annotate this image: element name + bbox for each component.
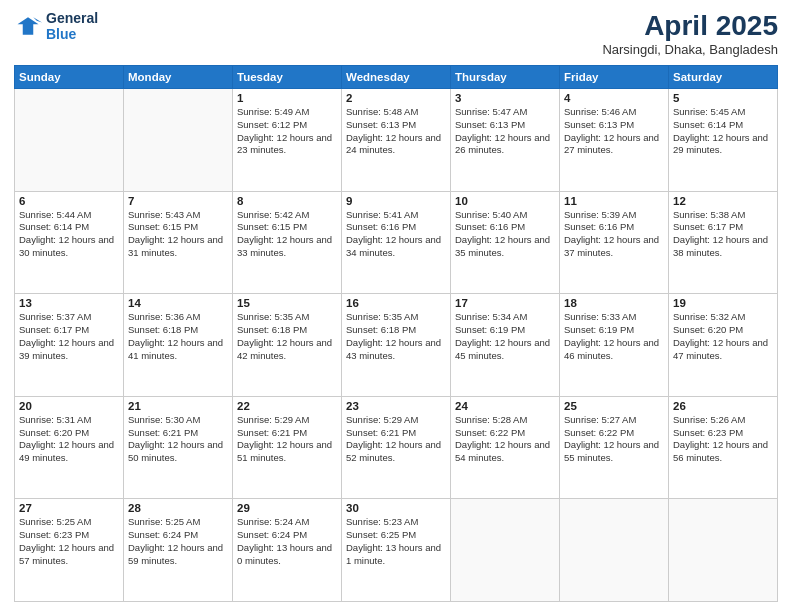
calendar-cell: 12Sunrise: 5:38 AMSunset: 6:17 PMDayligh… [669, 191, 778, 294]
day-info: Sunrise: 5:44 AMSunset: 6:14 PMDaylight:… [19, 209, 119, 260]
day-number: 5 [673, 92, 773, 104]
day-info: Sunrise: 5:23 AMSunset: 6:25 PMDaylight:… [346, 516, 446, 567]
day-number: 9 [346, 195, 446, 207]
calendar-cell [451, 499, 560, 602]
calendar-cell: 6Sunrise: 5:44 AMSunset: 6:14 PMDaylight… [15, 191, 124, 294]
calendar-table: Sunday Monday Tuesday Wednesday Thursday… [14, 65, 778, 602]
day-number: 11 [564, 195, 664, 207]
day-number: 20 [19, 400, 119, 412]
day-number: 2 [346, 92, 446, 104]
calendar-cell: 28Sunrise: 5:25 AMSunset: 6:24 PMDayligh… [124, 499, 233, 602]
calendar-cell: 3Sunrise: 5:47 AMSunset: 6:13 PMDaylight… [451, 89, 560, 192]
calendar-cell: 1Sunrise: 5:49 AMSunset: 6:12 PMDaylight… [233, 89, 342, 192]
calendar-cell [669, 499, 778, 602]
header-row: Sunday Monday Tuesday Wednesday Thursday… [15, 66, 778, 89]
week-row-4: 27Sunrise: 5:25 AMSunset: 6:23 PMDayligh… [15, 499, 778, 602]
day-number: 8 [237, 195, 337, 207]
day-number: 21 [128, 400, 228, 412]
day-info: Sunrise: 5:36 AMSunset: 6:18 PMDaylight:… [128, 311, 228, 362]
day-number: 10 [455, 195, 555, 207]
day-info: Sunrise: 5:49 AMSunset: 6:12 PMDaylight:… [237, 106, 337, 157]
day-number: 26 [673, 400, 773, 412]
calendar-header: Sunday Monday Tuesday Wednesday Thursday… [15, 66, 778, 89]
calendar-cell: 8Sunrise: 5:42 AMSunset: 6:15 PMDaylight… [233, 191, 342, 294]
calendar-cell: 23Sunrise: 5:29 AMSunset: 6:21 PMDayligh… [342, 396, 451, 499]
page: General Blue April 2025 Narsingdi, Dhaka… [0, 0, 792, 612]
day-number: 27 [19, 502, 119, 514]
day-number: 7 [128, 195, 228, 207]
week-row-1: 6Sunrise: 5:44 AMSunset: 6:14 PMDaylight… [15, 191, 778, 294]
col-thursday: Thursday [451, 66, 560, 89]
calendar-cell [560, 499, 669, 602]
day-number: 14 [128, 297, 228, 309]
day-info: Sunrise: 5:39 AMSunset: 6:16 PMDaylight:… [564, 209, 664, 260]
calendar-cell: 19Sunrise: 5:32 AMSunset: 6:20 PMDayligh… [669, 294, 778, 397]
day-number: 15 [237, 297, 337, 309]
day-number: 25 [564, 400, 664, 412]
day-info: Sunrise: 5:32 AMSunset: 6:20 PMDaylight:… [673, 311, 773, 362]
calendar-cell: 14Sunrise: 5:36 AMSunset: 6:18 PMDayligh… [124, 294, 233, 397]
day-number: 18 [564, 297, 664, 309]
subtitle: Narsingdi, Dhaka, Bangladesh [602, 42, 778, 57]
day-number: 29 [237, 502, 337, 514]
header: General Blue April 2025 Narsingdi, Dhaka… [14, 10, 778, 57]
col-monday: Monday [124, 66, 233, 89]
logo-icon [14, 12, 42, 40]
calendar-cell: 4Sunrise: 5:46 AMSunset: 6:13 PMDaylight… [560, 89, 669, 192]
day-number: 30 [346, 502, 446, 514]
day-info: Sunrise: 5:30 AMSunset: 6:21 PMDaylight:… [128, 414, 228, 465]
calendar-body: 1Sunrise: 5:49 AMSunset: 6:12 PMDaylight… [15, 89, 778, 602]
day-number: 1 [237, 92, 337, 104]
calendar-cell: 29Sunrise: 5:24 AMSunset: 6:24 PMDayligh… [233, 499, 342, 602]
calendar-cell: 17Sunrise: 5:34 AMSunset: 6:19 PMDayligh… [451, 294, 560, 397]
week-row-2: 13Sunrise: 5:37 AMSunset: 6:17 PMDayligh… [15, 294, 778, 397]
day-info: Sunrise: 5:29 AMSunset: 6:21 PMDaylight:… [237, 414, 337, 465]
main-title: April 2025 [602, 10, 778, 42]
calendar-cell: 22Sunrise: 5:29 AMSunset: 6:21 PMDayligh… [233, 396, 342, 499]
day-info: Sunrise: 5:27 AMSunset: 6:22 PMDaylight:… [564, 414, 664, 465]
calendar-cell: 7Sunrise: 5:43 AMSunset: 6:15 PMDaylight… [124, 191, 233, 294]
calendar-cell: 27Sunrise: 5:25 AMSunset: 6:23 PMDayligh… [15, 499, 124, 602]
day-info: Sunrise: 5:26 AMSunset: 6:23 PMDaylight:… [673, 414, 773, 465]
calendar-cell: 5Sunrise: 5:45 AMSunset: 6:14 PMDaylight… [669, 89, 778, 192]
day-number: 16 [346, 297, 446, 309]
day-number: 17 [455, 297, 555, 309]
calendar-cell: 20Sunrise: 5:31 AMSunset: 6:20 PMDayligh… [15, 396, 124, 499]
day-info: Sunrise: 5:45 AMSunset: 6:14 PMDaylight:… [673, 106, 773, 157]
week-row-3: 20Sunrise: 5:31 AMSunset: 6:20 PMDayligh… [15, 396, 778, 499]
calendar-cell: 2Sunrise: 5:48 AMSunset: 6:13 PMDaylight… [342, 89, 451, 192]
day-info: Sunrise: 5:35 AMSunset: 6:18 PMDaylight:… [346, 311, 446, 362]
day-info: Sunrise: 5:29 AMSunset: 6:21 PMDaylight:… [346, 414, 446, 465]
day-info: Sunrise: 5:43 AMSunset: 6:15 PMDaylight:… [128, 209, 228, 260]
calendar-cell: 30Sunrise: 5:23 AMSunset: 6:25 PMDayligh… [342, 499, 451, 602]
day-info: Sunrise: 5:28 AMSunset: 6:22 PMDaylight:… [455, 414, 555, 465]
calendar-cell: 26Sunrise: 5:26 AMSunset: 6:23 PMDayligh… [669, 396, 778, 499]
col-friday: Friday [560, 66, 669, 89]
week-row-0: 1Sunrise: 5:49 AMSunset: 6:12 PMDaylight… [15, 89, 778, 192]
calendar-cell: 11Sunrise: 5:39 AMSunset: 6:16 PMDayligh… [560, 191, 669, 294]
logo-text: General Blue [46, 10, 98, 42]
day-number: 13 [19, 297, 119, 309]
day-info: Sunrise: 5:47 AMSunset: 6:13 PMDaylight:… [455, 106, 555, 157]
day-info: Sunrise: 5:33 AMSunset: 6:19 PMDaylight:… [564, 311, 664, 362]
calendar-cell: 10Sunrise: 5:40 AMSunset: 6:16 PMDayligh… [451, 191, 560, 294]
day-info: Sunrise: 5:34 AMSunset: 6:19 PMDaylight:… [455, 311, 555, 362]
title-block: April 2025 Narsingdi, Dhaka, Bangladesh [602, 10, 778, 57]
day-info: Sunrise: 5:24 AMSunset: 6:24 PMDaylight:… [237, 516, 337, 567]
calendar-cell [15, 89, 124, 192]
logo: General Blue [14, 10, 98, 42]
day-info: Sunrise: 5:37 AMSunset: 6:17 PMDaylight:… [19, 311, 119, 362]
day-number: 19 [673, 297, 773, 309]
col-sunday: Sunday [15, 66, 124, 89]
day-number: 3 [455, 92, 555, 104]
day-number: 12 [673, 195, 773, 207]
calendar-cell: 18Sunrise: 5:33 AMSunset: 6:19 PMDayligh… [560, 294, 669, 397]
calendar-cell: 21Sunrise: 5:30 AMSunset: 6:21 PMDayligh… [124, 396, 233, 499]
day-info: Sunrise: 5:25 AMSunset: 6:24 PMDaylight:… [128, 516, 228, 567]
calendar-cell: 9Sunrise: 5:41 AMSunset: 6:16 PMDaylight… [342, 191, 451, 294]
day-number: 6 [19, 195, 119, 207]
day-info: Sunrise: 5:42 AMSunset: 6:15 PMDaylight:… [237, 209, 337, 260]
day-number: 24 [455, 400, 555, 412]
day-info: Sunrise: 5:25 AMSunset: 6:23 PMDaylight:… [19, 516, 119, 567]
day-info: Sunrise: 5:38 AMSunset: 6:17 PMDaylight:… [673, 209, 773, 260]
